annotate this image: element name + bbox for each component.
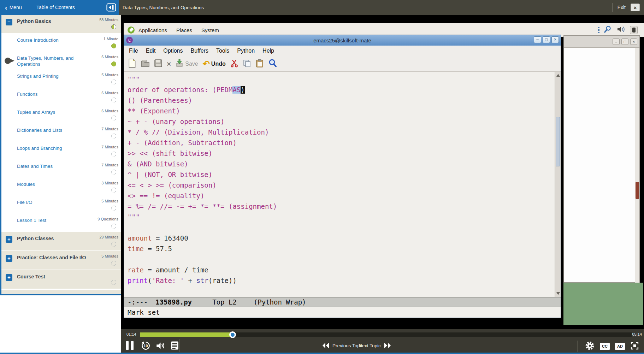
collapse-panel-icon	[106, 3, 116, 12]
pause-button[interactable]	[126, 341, 134, 350]
desktop-menu-system: System	[201, 27, 219, 33]
emacs-toolbar: × Save ↶ Undo	[124, 56, 561, 72]
collapse-sidebar-button[interactable]	[106, 3, 116, 12]
toc-topic-strings-and-printing[interactable]: Strings and Printing5 Minutes	[1, 70, 121, 88]
page-title: Data Types, Numbers, and Operations	[123, 0, 204, 15]
toc-topic-dictionaries-and-lists[interactable]: Dictionaries and Lists7 Minutes	[1, 124, 121, 142]
emacs-modeline: -:--- 135898.py Top L2 (Python Wrap)	[124, 297, 561, 307]
toc-section-python-classes[interactable]: +Python Classes29 Minutes	[1, 232, 121, 251]
toc-item-duration: 6 Minutes	[101, 109, 118, 113]
expand-section-icon[interactable]: +	[6, 236, 12, 243]
fullscreen-icon	[630, 341, 639, 350]
emacs-window: ε emacs25@skillsoft-mate – □ × FileEditO…	[124, 35, 561, 318]
toc-item-duration: 7 Minutes	[101, 163, 118, 167]
code-line: """	[128, 212, 561, 222]
save-file-icon	[154, 59, 162, 69]
emacs-maximize-icon: □	[543, 36, 550, 43]
progress-circle-todo	[111, 188, 116, 193]
desktop-volume-icon	[616, 25, 626, 35]
toc-topic-functions[interactable]: Functions6 Minutes	[1, 88, 121, 106]
video-area[interactable]: ApplicationsPlacesSystem – □ ×	[121, 15, 644, 353]
emacs-menu-edit: Edit	[146, 48, 156, 54]
exit-label: Exit	[618, 5, 626, 10]
collapse-section-icon[interactable]: −	[6, 19, 12, 25]
next-icon	[384, 342, 391, 349]
code-line: () (Parentheses)	[128, 95, 561, 106]
code-line: time = 57.5	[128, 243, 561, 254]
undo-icon: ↶	[203, 60, 210, 67]
progress-circle-half	[111, 24, 116, 29]
mate-logo-icon	[127, 26, 135, 35]
emacs-menu-tools: Tools	[216, 48, 229, 54]
toc-topic-dates-and-times[interactable]: Dates and Times7 Minutes	[1, 160, 121, 178]
next-topic-label: Next Topic	[359, 343, 381, 348]
toc-section-python-basics[interactable]: −Python Basics58 Minutes	[1, 15, 121, 34]
toc-topic-modules[interactable]: Modules3 Minutes	[1, 178, 121, 196]
progress-circle-todo	[111, 79, 116, 84]
background-window-titlebar: – □ ×	[564, 36, 639, 48]
background-window: – □ ×	[563, 35, 640, 283]
back-chevron-icon: ‹	[5, 5, 7, 10]
expand-section-icon[interactable]: +	[6, 255, 12, 262]
emacs-close-icon: ×	[551, 36, 559, 43]
svg-text:10: 10	[144, 344, 148, 348]
toc-topic-lesson-1-test[interactable]: Lesson 1 Test9 Questions	[1, 214, 121, 232]
toc-item-duration: 7 Minutes	[101, 127, 118, 131]
code-line: """	[128, 74, 561, 84]
fullscreen-button[interactable]	[630, 341, 639, 352]
settings-button[interactable]	[585, 341, 595, 352]
toc-topic-loops-and-branching[interactable]: Loops and Branching7 Minutes	[1, 142, 121, 160]
toc-topic-course-introduction[interactable]: Course Introduction1 Minute	[1, 34, 121, 52]
audio-description-button[interactable]: AD	[615, 343, 625, 350]
next-topic-button[interactable]: Next Topic	[359, 342, 391, 349]
toc-section-practice-classes-and-file-i-o[interactable]: +Practice: Classes and File I/O5 Minutes	[1, 251, 121, 270]
toc-topic-tuples-and-arrays[interactable]: Tuples and Arrays6 Minutes	[1, 106, 121, 124]
progress-circle-todo	[111, 280, 116, 285]
transcript-button[interactable]	[171, 341, 179, 352]
emacs-titlebar: ε emacs25@skillsoft-mate – □ ×	[124, 35, 561, 46]
menu-button[interactable]: ‹ Menu	[5, 5, 22, 10]
undo-label: Undo	[211, 61, 226, 67]
course-player: ‹ Menu Table of Contents Data Types, Num…	[0, 0, 644, 354]
menu-label: Menu	[10, 5, 22, 10]
toc-item-label: Dictionaries and Lists	[17, 127, 88, 133]
toc-item-duration: 5 Minutes	[101, 73, 118, 77]
code-line: <= < > >= (comparison)	[128, 180, 561, 190]
background-window-scrollbar	[635, 48, 639, 283]
toc-item-label: Strings and Printing	[17, 73, 88, 79]
closed-captions-button[interactable]: CC	[600, 343, 610, 350]
code-line: rate = amount / time	[128, 265, 561, 275]
toc-item-duration: 9 Questions	[98, 217, 118, 221]
elapsed-time: 01:14	[126, 332, 136, 336]
gear-icon	[585, 341, 595, 350]
current-topic-icon	[4, 57, 15, 66]
toc-item-duration: 1 Minute	[104, 37, 118, 41]
progress-circle-todo	[111, 152, 116, 157]
progress-circle-todo	[111, 261, 116, 266]
progress-circle-todo	[111, 224, 116, 229]
table-of-contents: −Python Basics58 MinutesCourse Introduct…	[0, 15, 121, 295]
copy-icon	[243, 59, 251, 69]
toc-item-duration: 6 Minutes	[101, 55, 118, 59]
expand-section-icon[interactable]: +	[6, 274, 12, 281]
exit-button[interactable]: ×	[631, 4, 640, 11]
emacs-scrollbar	[555, 72, 561, 297]
desktop-menu-places: Places	[176, 27, 192, 33]
toc-item-label: Functions	[17, 91, 88, 97]
toc-filler	[1, 289, 121, 294]
save-label: Save	[185, 61, 198, 67]
progress-handle[interactable]	[229, 331, 236, 338]
progress-bar[interactable]	[140, 332, 632, 337]
search-icon	[268, 59, 277, 69]
toc-topic-data-types-numbers-and-operations[interactable]: Data Types, Numbers, and Operations6 Min…	[1, 52, 121, 70]
toc-item-label: Python Classes	[17, 236, 88, 242]
toc-item-label: Dates and Times	[17, 163, 88, 169]
replay-10-button[interactable]: 10	[141, 341, 150, 352]
toc-topic-file-i-o[interactable]: File I/O5 Minutes	[1, 196, 121, 214]
previous-topic-button[interactable]: Previous Topic	[322, 342, 364, 349]
new-file-icon	[128, 59, 136, 69]
toc-section-course-test[interactable]: +Course Test	[1, 270, 121, 289]
volume-button[interactable]	[156, 341, 165, 352]
toc-item-duration: 6 Minutes	[101, 91, 118, 95]
toc-item-label: Loops and Branching	[17, 145, 88, 151]
